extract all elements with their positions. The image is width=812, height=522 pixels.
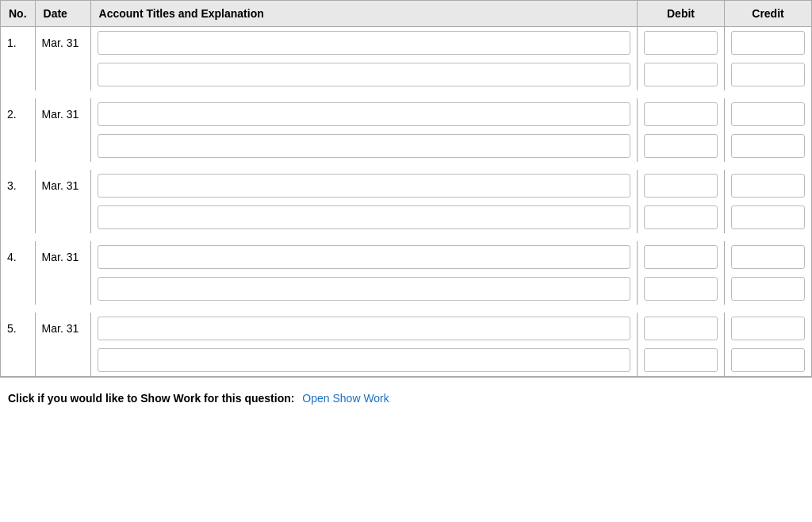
entry-account-2a: [90, 98, 637, 130]
entry-no-3: 3.: [1, 170, 36, 202]
debit-input-5b[interactable]: [644, 348, 718, 372]
entry-account-5b: [90, 344, 637, 377]
entry-date-2: Mar. 31: [35, 98, 90, 130]
credit-input-3a[interactable]: [731, 174, 805, 198]
entry-credit-1b: [725, 59, 812, 90]
entry-credit-4b: [725, 273, 812, 305]
entry-account-4a: [90, 241, 637, 273]
account-input-5a[interactable]: [98, 317, 630, 340]
credit-input-5b[interactable]: [731, 348, 805, 372]
table-row: [1, 59, 812, 90]
entry-no-1: 1.: [1, 27, 36, 59]
entry-no-4: 4.: [1, 241, 36, 273]
col-header-account: Account Titles and Explanation: [90, 1, 637, 27]
credit-input-2b[interactable]: [731, 134, 805, 158]
entry-account-1a: [90, 27, 637, 59]
debit-input-3a[interactable]: [644, 174, 718, 198]
col-header-no: No.: [1, 1, 36, 27]
gap-row: [1, 162, 812, 170]
entry-credit-5b: [725, 344, 812, 377]
debit-input-3b[interactable]: [644, 205, 718, 229]
table-row: 4. Mar. 31: [1, 241, 812, 273]
table-row: 2. Mar. 31: [1, 98, 812, 130]
table-row: 5. Mar. 31: [1, 313, 812, 344]
account-input-3b[interactable]: [98, 205, 630, 229]
col-header-debit: Debit: [638, 1, 725, 27]
account-input-1b[interactable]: [98, 63, 630, 86]
table-row: 3. Mar. 31: [1, 170, 812, 202]
entry-date-4: Mar. 31: [35, 241, 90, 273]
entry-credit-2a: [725, 98, 812, 130]
entry-account-2b: [90, 130, 637, 162]
entry-credit-3a: [725, 170, 812, 202]
table-row: 1. Mar. 31: [1, 27, 812, 59]
debit-input-1b[interactable]: [644, 63, 718, 86]
col-header-date: Date: [35, 1, 90, 27]
table-row: [1, 273, 812, 305]
open-show-work-link[interactable]: Open Show Work: [302, 392, 389, 405]
credit-input-1a[interactable]: [731, 31, 805, 55]
table-row: [1, 344, 812, 377]
table-row: [1, 130, 812, 162]
credit-input-3b[interactable]: [731, 205, 805, 229]
journal-table: No. Date Account Titles and Explanation …: [0, 0, 812, 377]
entry-account-1b: [90, 59, 637, 90]
account-input-2a[interactable]: [98, 102, 630, 126]
entry-debit-3b: [638, 202, 725, 233]
entry-account-3a: [90, 170, 637, 202]
debit-input-5a[interactable]: [644, 317, 718, 340]
account-input-3a[interactable]: [98, 174, 630, 198]
debit-input-4a[interactable]: [644, 245, 718, 269]
entry-account-5a: [90, 313, 637, 344]
entry-debit-1a: [638, 27, 725, 59]
credit-input-5a[interactable]: [731, 317, 805, 340]
footer-area: Click if you would like to Show Work for…: [0, 377, 812, 413]
debit-input-4b[interactable]: [644, 277, 718, 301]
entry-debit-3a: [638, 170, 725, 202]
entry-debit-4a: [638, 241, 725, 273]
credit-input-1b[interactable]: [731, 63, 805, 86]
entry-date-5: Mar. 31: [35, 313, 90, 344]
debit-input-2b[interactable]: [644, 134, 718, 158]
entry-credit-1a: [725, 27, 812, 59]
entry-credit-3b: [725, 202, 812, 233]
entry-credit-2b: [725, 130, 812, 162]
table-row: [1, 202, 812, 233]
account-input-1a[interactable]: [98, 31, 630, 55]
entry-account-4b: [90, 273, 637, 305]
entry-debit-2a: [638, 98, 725, 130]
entry-debit-2b: [638, 130, 725, 162]
page-container: No. Date Account Titles and Explanation …: [0, 0, 812, 413]
entry-debit-5a: [638, 313, 725, 344]
debit-input-1a[interactable]: [644, 31, 718, 55]
footer-label: Click if you would like to Show Work for…: [8, 392, 294, 405]
entry-account-3b: [90, 202, 637, 233]
entry-debit-4b: [638, 273, 725, 305]
entry-debit-5b: [638, 344, 725, 377]
credit-input-2a[interactable]: [731, 102, 805, 126]
entry-debit-1b: [638, 59, 725, 90]
credit-input-4a[interactable]: [731, 245, 805, 269]
gap-row: [1, 305, 812, 313]
col-header-credit: Credit: [725, 1, 812, 27]
entry-no-5: 5.: [1, 313, 36, 344]
entry-credit-4a: [725, 241, 812, 273]
entry-date-1: Mar. 31: [35, 27, 90, 59]
account-input-4a[interactable]: [98, 245, 630, 269]
account-input-2b[interactable]: [98, 134, 630, 158]
entry-date-3: Mar. 31: [35, 170, 90, 202]
debit-input-2a[interactable]: [644, 102, 718, 126]
gap-row: [1, 90, 812, 98]
credit-input-4b[interactable]: [731, 277, 805, 301]
gap-row: [1, 233, 812, 241]
account-input-5b[interactable]: [98, 348, 630, 372]
entry-credit-5a: [725, 313, 812, 344]
entry-no-2: 2.: [1, 98, 36, 130]
account-input-4b[interactable]: [98, 277, 630, 301]
